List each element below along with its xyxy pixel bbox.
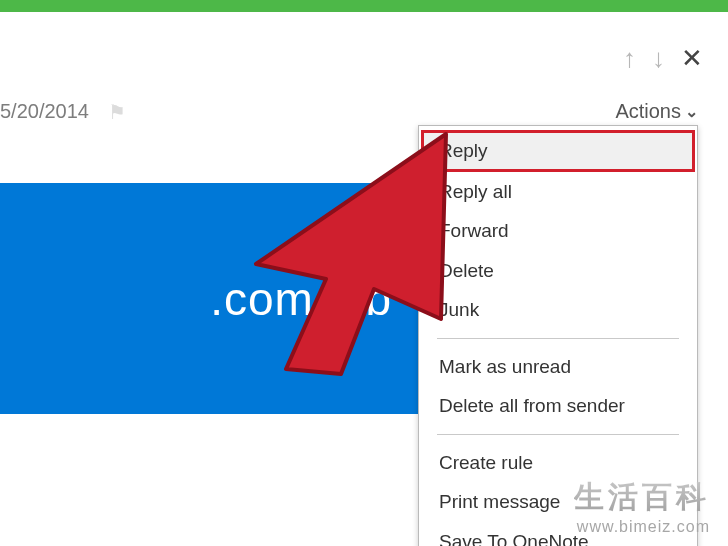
watermark-text-zh: 生活百科 — [574, 477, 710, 518]
menu-item-delete-all-sender[interactable]: Delete all from sender — [419, 386, 697, 426]
next-message-icon[interactable]: ↓ — [652, 45, 665, 71]
message-date: 5/20/2014 — [0, 100, 89, 123]
menu-item-reply[interactable]: Reply — [421, 130, 695, 172]
message-nav-controls: ↑ ↓ ✕ — [623, 45, 703, 71]
prev-message-icon[interactable]: ↑ — [623, 45, 636, 71]
menu-separator — [437, 338, 679, 339]
menu-separator — [437, 434, 679, 435]
close-icon[interactable]: ✕ — [681, 45, 703, 71]
menu-item-junk[interactable]: Junk — [419, 290, 697, 330]
actions-label: Actions — [615, 100, 681, 123]
app-frame: ↑ ↓ ✕ 5/20/2014 ⚑ Actions ⌄ .com inb Rep… — [0, 0, 728, 546]
banner-text: .com inb — [210, 272, 392, 326]
chevron-down-icon: ⌄ — [685, 102, 698, 121]
menu-item-delete[interactable]: Delete — [419, 251, 697, 291]
watermark-url: www.bimeiz.com — [574, 518, 710, 536]
menu-item-mark-unread[interactable]: Mark as unread — [419, 347, 697, 387]
window-accent-bar — [0, 0, 728, 12]
flag-icon[interactable]: ⚑ — [108, 100, 126, 124]
menu-item-forward[interactable]: Forward — [419, 211, 697, 251]
email-body-banner: .com inb — [0, 183, 420, 414]
actions-dropdown-trigger[interactable]: Actions ⌄ — [615, 100, 698, 123]
watermark: 生活百科 www.bimeiz.com — [574, 477, 710, 536]
menu-item-reply-all[interactable]: Reply all — [419, 172, 697, 212]
